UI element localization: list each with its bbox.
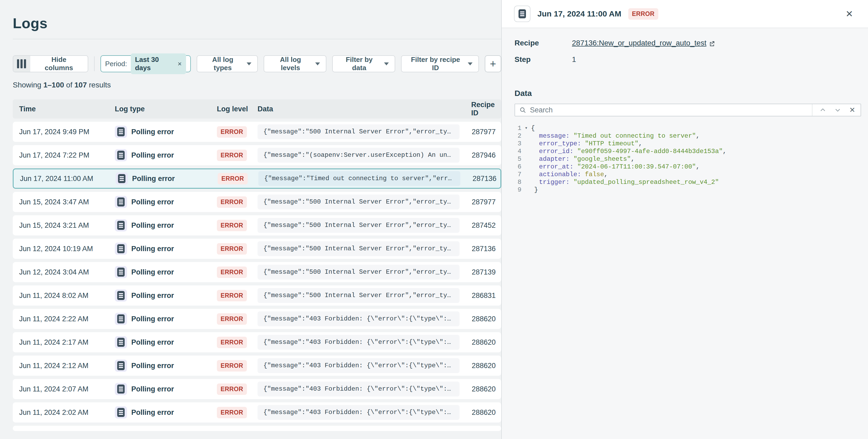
log-time: Jun 11, 2024 2:02 AM <box>19 408 115 417</box>
filter-dropdown[interactable]: All log levels <box>264 55 326 72</box>
log-type-cell: Polling error <box>115 336 217 348</box>
log-data-preview: {"message":"500 Internal Server Error","… <box>257 218 460 233</box>
filter-dropdown[interactable]: Filter by recipe ID <box>401 55 479 72</box>
table-row[interactable]: Jun 15, 2024 3:47 AM Polling error ERROR… <box>13 192 501 212</box>
recipe-id: 288620 <box>471 408 501 417</box>
log-level-cell: ERROR <box>217 220 257 231</box>
table-row[interactable]: Jun 11, 2024 8:02 AM Polling error ERROR… <box>13 285 501 306</box>
log-type-label: Polling error <box>131 221 174 229</box>
log-data-preview: {"message":"403 Forbidden: {\"error\":{\… <box>257 382 460 397</box>
json-token: "e90ff059-4997-4afe-add0-8444b3de153a" <box>577 148 723 155</box>
table-row[interactable]: Jun 11, 2024 2:02 AM Polling error ERROR… <box>13 402 501 422</box>
add-filter-button[interactable]: + <box>485 55 501 72</box>
log-document-icon <box>117 151 125 160</box>
results-total: 107 <box>74 81 87 89</box>
log-type-cell: Polling error <box>115 243 217 255</box>
log-time: Jun 17, 2024 11:00 AM <box>20 175 116 183</box>
recipe-row: Recipe 287136:New_or_updated_row_auto_te… <box>515 39 855 47</box>
log-type-cell: Polling error <box>115 149 217 161</box>
search-next-icon[interactable] <box>834 106 841 114</box>
close-icon[interactable]: ✕ <box>845 8 855 20</box>
table-row[interactable]: Jun 15, 2024 3:21 AM Polling error ERROR… <box>13 215 501 236</box>
title-divider <box>13 39 501 39</box>
log-type-label: Polling error <box>131 198 174 206</box>
remove-period-icon[interactable]: × <box>178 60 182 68</box>
hide-columns-label: Hide columns <box>30 56 88 72</box>
log-document-icon <box>117 197 125 207</box>
recipe-id: 287136 <box>471 245 501 253</box>
recipe-id: 287139 <box>471 268 501 276</box>
table-row[interactable]: Jun 11, 2024 2:22 AM Polling error ERROR… <box>13 309 501 329</box>
json-viewer: 1 ▾ { 2 message: "Timed out connecting t… <box>515 124 855 194</box>
search-input[interactable] <box>529 104 812 116</box>
log-time: Jun 11, 2024 2:12 AM <box>19 362 115 370</box>
table-row[interactable]: Jun 12, 2024 10:19 AM Polling error ERRO… <box>13 239 501 259</box>
json-line-number: 6 <box>515 163 521 170</box>
filter-label: All log types <box>203 56 243 72</box>
log-level-cell: ERROR <box>217 196 257 208</box>
period-filter[interactable]: Period: Last 30 days × <box>100 55 191 72</box>
error-badge: ERROR <box>218 173 248 184</box>
period-chip: Last 30 days × <box>131 54 186 74</box>
filter-label: Filter by recipe ID <box>407 56 463 72</box>
step-value: 1 <box>572 55 576 64</box>
search-clear-icon[interactable]: ✕ <box>849 106 855 114</box>
log-time: Jun 11, 2024 2:22 AM <box>19 315 115 323</box>
table-row[interactable]: Jun 11, 2024 2:12 AM Polling error ERROR… <box>13 355 501 376</box>
json-token: error_at: <box>539 163 577 170</box>
log-entry-icon-button <box>514 6 530 22</box>
json-line: 7 actionable: false, <box>515 170 855 178</box>
log-level-cell: ERROR <box>217 383 257 395</box>
log-time: Jun 15, 2024 3:47 AM <box>19 198 115 206</box>
json-line-number: 2 <box>515 132 521 140</box>
log-entry-icon <box>116 173 128 185</box>
log-data-preview: {"message":"403 Forbidden: {\"error\":{\… <box>257 335 460 350</box>
recipe-link-text: 287136:New_or_updated_row_auto_test <box>572 39 706 47</box>
filter-dropdown[interactable]: All log types <box>197 55 258 72</box>
error-badge: ERROR <box>217 337 247 348</box>
json-token: error_id: <box>539 148 577 155</box>
log-document-icon <box>117 291 125 300</box>
recipe-id: 288620 <box>471 338 501 347</box>
table-row[interactable]: Jun 17, 2024 11:00 AM Polling error ERRO… <box>13 168 501 189</box>
log-entry-icon <box>115 289 127 302</box>
log-data-cell: {"message":"500 Internal Server Error","… <box>257 194 471 210</box>
log-document-icon <box>117 221 125 230</box>
chevron-down-icon <box>315 62 320 65</box>
json-code: actionable: false, <box>531 170 608 178</box>
table-row[interactable]: Jun 17, 2024 9:49 PM Polling error ERROR… <box>13 122 501 142</box>
hide-columns-button[interactable]: Hide columns <box>13 55 88 72</box>
filter-dropdown[interactable]: Filter by data <box>332 55 396 72</box>
json-collapse-caret[interactable]: ▾ <box>521 124 531 132</box>
json-line: 8 trigger: "updated_polling_spreadsheet_… <box>515 178 855 186</box>
column-header-log-level: Log level <box>217 105 257 113</box>
search-previous-icon[interactable] <box>819 106 826 114</box>
log-document-icon <box>117 244 125 253</box>
log-data-cell: {"message":"(soapenv:Server.userExceptio… <box>257 148 471 163</box>
log-type-label: Polling error <box>131 315 174 323</box>
column-header-time: Time <box>19 105 115 113</box>
column-header-recipe-id: Recipe ID <box>471 101 501 117</box>
json-code: adapter: "google_sheets", <box>531 155 634 163</box>
json-token: message: <box>539 132 574 139</box>
json-token: { <box>531 125 535 132</box>
table-row[interactable]: Jun 11, 2024 2:07 AM Polling error ERROR… <box>13 379 501 399</box>
log-entry-icon <box>115 336 127 348</box>
json-code: message: "Timed out connecting to server… <box>531 132 700 140</box>
recipe-link[interactable]: 287136:New_or_updated_row_auto_test <box>572 39 715 47</box>
table-row[interactable]: Jun 17, 2024 7:22 PM Polling error ERROR… <box>13 145 501 165</box>
table-row[interactable]: Jun 12, 2024 3:04 AM Polling error ERROR… <box>13 262 501 282</box>
step-row: Step 1 <box>515 55 855 64</box>
log-data-cell: {"message":"500 Internal Server Error","… <box>257 218 471 233</box>
log-data-preview: {"message":"403 Forbidden: {\"error\":{\… <box>257 405 460 420</box>
json-code: error_id: "e90ff059-4997-4afe-add0-8444b… <box>531 148 726 155</box>
log-type-label: Polling error <box>131 128 174 136</box>
log-data-preview: {"message":"500 Internal Server Error","… <box>257 265 460 280</box>
log-document-icon <box>519 9 526 18</box>
search-icon <box>519 106 526 114</box>
log-time: Jun 15, 2024 3:21 AM <box>19 221 115 229</box>
error-badge: ERROR <box>217 243 247 255</box>
table-row[interactable]: Jun 11, 2024 2:17 AM Polling error ERROR… <box>13 332 501 352</box>
log-data-cell: {"message":"403 Forbidden: {\"error\":{\… <box>257 335 471 350</box>
log-type-cell: Polling error <box>115 219 217 231</box>
